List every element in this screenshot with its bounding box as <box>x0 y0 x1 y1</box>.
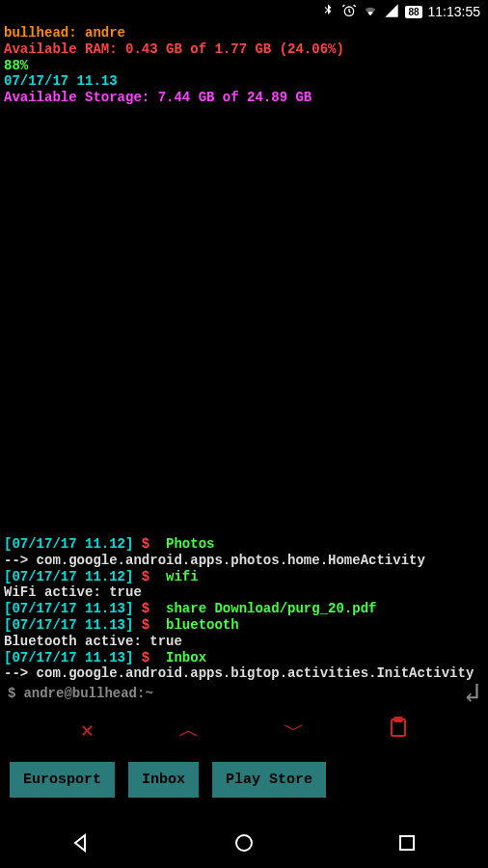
terminal-log: [07/17/17 11.12] $ Photos --> com.google… <box>4 536 484 682</box>
log-output: WiFi active: true <box>4 584 484 601</box>
back-icon[interactable] <box>69 831 93 858</box>
clipboard-icon[interactable] <box>390 717 407 745</box>
ram-line: Available RAM: 0.43 GB of 1.77 GB (24.06… <box>4 41 484 58</box>
close-icon[interactable]: ✕ <box>81 718 94 744</box>
toolbar: ✕ ︿ ﹀ <box>0 716 488 745</box>
shortcut-inbox[interactable]: Inbox <box>128 762 199 798</box>
status-time: 11:13:55 <box>428 4 481 19</box>
shortcut-playstore[interactable]: Play Store <box>212 762 326 798</box>
home-icon[interactable] <box>232 831 256 858</box>
prompt-dollar: $ <box>8 686 15 701</box>
chevron-up-icon[interactable]: ︿ <box>178 716 200 745</box>
log-line: [07/17/17 11.12] $ wifi <box>4 569 484 585</box>
storage-line: Available Storage: 7.44 GB of 24.89 GB <box>4 90 484 106</box>
alarm-icon <box>341 3 357 21</box>
shortcut-bar: Eurosport Inbox Play Store <box>10 762 326 798</box>
recents-icon[interactable] <box>395 831 419 858</box>
log-line: [07/17/17 11.13] $ bluetooth <box>4 617 484 634</box>
bluetooth-icon <box>320 3 336 21</box>
svg-rect-4 <box>400 836 414 850</box>
wifi-icon <box>363 3 378 21</box>
host-user-line: bullhead: andre <box>4 25 484 41</box>
shortcut-eurosport[interactable]: Eurosport <box>10 762 115 798</box>
prompt-input[interactable]: andre@bullhead:~ <box>23 686 464 701</box>
log-output: Bluetooth active: true <box>4 634 484 650</box>
battery-badge: 88 <box>405 6 421 18</box>
date-line: 07/17/17 11.13 <box>4 73 484 90</box>
enter-icon[interactable]: ↲ <box>464 677 480 710</box>
chevron-down-icon[interactable]: ﹀ <box>284 716 305 745</box>
command-prompt[interactable]: $ andre@bullhead:~ ↲ <box>0 675 488 712</box>
log-line: [07/17/17 11.13] $ share Download/purg_2… <box>4 601 484 617</box>
battery-line: 88% <box>4 58 484 74</box>
log-output: --> com.google.android.apps.photos.home.… <box>4 553 484 569</box>
signal-icon <box>384 3 399 21</box>
svg-point-3 <box>236 835 252 851</box>
log-line: [07/17/17 11.12] $ Photos <box>4 536 484 553</box>
android-nav-bar <box>0 822 488 868</box>
android-status-bar: 88 11:13:55 <box>0 0 488 23</box>
log-line: [07/17/17 11.13] $ Inbox <box>4 650 484 666</box>
terminal-header: bullhead: andre Available RAM: 0.43 GB o… <box>0 23 488 108</box>
